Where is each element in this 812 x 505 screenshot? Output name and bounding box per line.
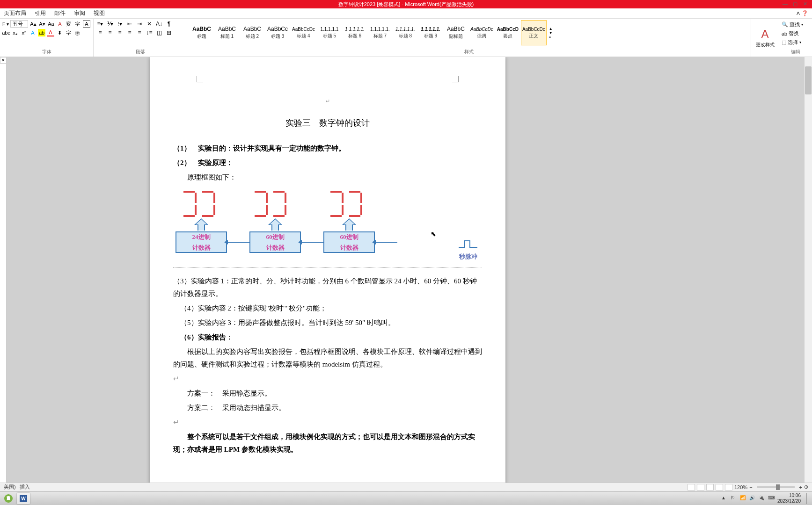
style-h6[interactable]: 1.1.1.1.1.标题 6 <box>343 20 367 45</box>
styles-scroll-down[interactable]: ▼ <box>549 31 553 35</box>
tray-ime-icon[interactable]: ⌨ <box>768 495 775 497</box>
find-button[interactable]: 🔍查找▾ <box>782 20 810 29</box>
change-styles-icon: A <box>761 28 768 41</box>
borders-button[interactable]: ⊞ <box>165 29 173 36</box>
align-left-button[interactable]: ≡ <box>96 29 104 36</box>
decrease-indent-button[interactable]: ⇤ <box>125 20 134 28</box>
zoom-in-button[interactable]: + <box>799 484 802 490</box>
styles-scroll-up[interactable]: ▲ <box>549 27 553 31</box>
show-marks-button[interactable]: ¶ <box>165 20 173 28</box>
style-h1[interactable]: AaBbC标题 1 <box>215 20 239 45</box>
menu-mail[interactable]: 邮件 <box>54 9 66 17</box>
justify-button[interactable]: ≡ <box>125 29 134 36</box>
document-page[interactable]: ↵ 实验三 数字钟的设计 （1） 实验目的：设计并实现具有一定功能的数字钟。 （… <box>150 57 505 497</box>
tray-flag-icon[interactable]: 🏳 <box>731 495 737 497</box>
align-right-button[interactable]: ≡ <box>116 29 124 36</box>
style-subtitle[interactable]: AaBbC副标题 <box>444 20 468 45</box>
select-button[interactable]: ⬚选择▾ <box>782 38 810 47</box>
status-mode[interactable]: 插入 <box>20 483 30 491</box>
tray-network-icon[interactable]: 📶 <box>740 495 746 497</box>
close-button[interactable]: ✕ <box>803 1 810 7</box>
style-normal[interactable]: AaBbCcDc正文 <box>521 20 547 45</box>
system-clock[interactable]: 10:06 2023/12/20 <box>777 493 804 497</box>
style-title[interactable]: AaBbC标题 <box>190 20 214 45</box>
tray-power-icon[interactable]: 🔌 <box>759 495 765 497</box>
web-view[interactable] <box>706 484 714 491</box>
highlight-button[interactable]: ab <box>38 29 45 36</box>
phonetic-button[interactable]: 変 <box>65 20 73 28</box>
reading-view[interactable] <box>697 484 704 491</box>
print-layout-view[interactable] <box>688 484 695 491</box>
tray-icon-1[interactable]: ▲ <box>721 495 728 497</box>
menu-references[interactable]: 引用 <box>35 9 46 17</box>
tray-volume-icon[interactable]: 🔊 <box>749 495 756 497</box>
styles-expand[interactable]: ≡ <box>549 35 553 39</box>
superscript-button[interactable]: x² <box>20 29 28 36</box>
scrollbar-thumb[interactable] <box>805 66 812 94</box>
maximize-button[interactable]: ▢ <box>793 1 799 7</box>
style-h4[interactable]: AaBbCcDc标题 4 <box>291 20 316 45</box>
show-desktop-button[interactable] <box>806 493 810 497</box>
style-h3[interactable]: AaBbCc标题 3 <box>265 20 290 45</box>
subscript-button[interactable]: x₂ <box>11 29 19 36</box>
clear-format-button[interactable]: A <box>56 20 64 28</box>
grow-font-button[interactable]: A▴ <box>29 20 37 28</box>
circle-enclose-button[interactable]: ㊥ <box>73 29 81 36</box>
zoom-slider[interactable] <box>757 486 795 488</box>
doc-line-9: 方案一： 采用静态显示。 <box>173 387 482 400</box>
multilevel-button[interactable]: ⁝▾ <box>116 20 124 28</box>
word-taskbar-button[interactable]: W <box>17 493 30 497</box>
start-button[interactable] <box>2 493 15 497</box>
vertical-ruler <box>0 64 7 497</box>
convert-button[interactable]: ✕ <box>145 20 154 28</box>
char-scale-button[interactable]: ⬍ <box>56 29 63 36</box>
menu-review[interactable]: 审阅 <box>74 9 85 17</box>
change-styles-button[interactable]: A 更改样式 <box>751 19 779 57</box>
panel-close-button[interactable]: ✕ <box>0 57 7 64</box>
line-spacing-button[interactable]: ↕≡ <box>145 29 154 36</box>
font-size-input[interactable] <box>10 20 28 28</box>
style-h9[interactable]: 1.1.1.1.1.标题 9 <box>418 20 443 45</box>
style-h5[interactable]: 1.1.1.1.1标题 5 <box>317 20 342 45</box>
strikethrough-button[interactable]: abc <box>2 29 10 36</box>
numbering-button[interactable]: ⅟▾ <box>106 20 114 28</box>
shading-button[interactable]: ◫ <box>155 29 163 36</box>
ribbon-minimize-icon[interactable]: ᐱ <box>797 11 800 16</box>
style-h8[interactable]: 1.1.1.1.1.标题 8 <box>393 20 417 45</box>
zoom-out-button[interactable]: − <box>749 484 752 490</box>
bullets-button[interactable]: ≡▾ <box>96 20 104 28</box>
minimize-button[interactable]: — <box>783 1 789 7</box>
draft-view[interactable] <box>725 484 732 491</box>
increase-indent-button[interactable]: ⇥ <box>135 20 144 28</box>
shrink-font-button[interactable]: A▾ <box>38 20 46 28</box>
menu-view[interactable]: 视图 <box>94 9 105 17</box>
style-emphasis[interactable]: AaBbCcDc强调 <box>469 20 495 45</box>
seven-seg-display <box>182 191 197 217</box>
distribute-button[interactable]: ≡ <box>135 29 144 36</box>
align-center-button[interactable]: ≡ <box>106 29 114 36</box>
replace-button[interactable]: ab替换 <box>782 29 810 38</box>
outline-view[interactable] <box>716 484 723 491</box>
zoom-slider-thumb[interactable] <box>776 484 780 490</box>
font-group: F ▾ A▴ A▾ Aa A 変 字 A abc x₂ x² A ab A ⬍ … <box>0 19 94 57</box>
text-effects-button[interactable]: A <box>29 29 37 36</box>
enclose-button[interactable]: 字 <box>65 29 72 36</box>
svg-text:W: W <box>21 496 26 497</box>
char-border-button[interactable]: 字 <box>74 20 81 28</box>
menu-layout[interactable]: 页面布局 <box>4 9 26 17</box>
status-language[interactable]: 美国) <box>4 483 16 491</box>
change-case-button[interactable]: Aa <box>47 20 55 28</box>
zoom-level[interactable]: 120% <box>734 484 747 490</box>
font-family-dropdown[interactable]: F ▾ <box>2 22 9 27</box>
font-group-label: 字体 <box>2 49 91 55</box>
sort-button[interactable]: A↓ <box>155 20 163 28</box>
help-icon[interactable]: ❓ <box>802 10 808 16</box>
style-point[interactable]: AaBbCcD要点 <box>496 20 520 45</box>
zoom-fit-button[interactable]: ⊕ <box>804 484 808 490</box>
style-h7[interactable]: 1.1.1.1.1.标题 7 <box>368 20 392 45</box>
vertical-scrollbar[interactable] <box>805 57 812 497</box>
style-h2[interactable]: AaBbC标题 2 <box>240 20 264 45</box>
font-color-button[interactable]: A <box>47 29 54 36</box>
char-shading-button[interactable]: A <box>83 20 90 28</box>
seven-seg-display <box>200 191 215 217</box>
